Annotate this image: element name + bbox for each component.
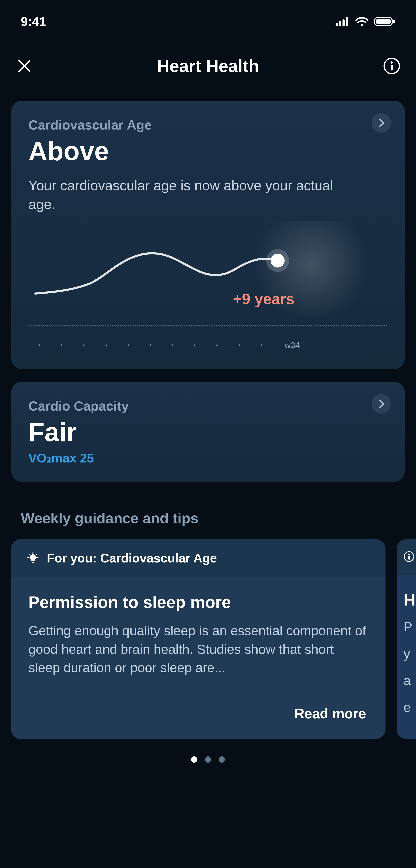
cv-age-chart: +9 years w34 [28, 221, 388, 352]
svg-line-14 [29, 554, 30, 555]
svg-rect-21 [408, 556, 410, 560]
tips-carousel[interactable]: For you: Cardiovascular Age Permission t… [0, 539, 416, 739]
cv-age-trend-line [28, 231, 388, 301]
svg-point-4 [361, 24, 363, 26]
chevron-right-icon [372, 113, 391, 133]
tip-header [396, 539, 416, 575]
info-icon [383, 57, 401, 75]
cardio-capacity-label: Cardio Capacity [28, 398, 388, 413]
page-dot[interactable] [205, 756, 211, 763]
page-dot[interactable] [219, 756, 225, 763]
chart-current-point [271, 254, 285, 268]
chart-baseline [28, 325, 388, 326]
page-dot-active[interactable] [191, 756, 197, 763]
cellular-icon [336, 17, 349, 26]
tip-card-2-peek[interactable]: H P y a e [396, 539, 416, 739]
cardio-capacity-value: Fair [28, 418, 388, 446]
page-header: Heart Health [0, 35, 416, 101]
tip-title: Permission to sleep more [28, 593, 368, 612]
tip2-line: P [396, 609, 416, 636]
svg-rect-0 [336, 23, 338, 26]
wifi-icon [355, 17, 369, 26]
svg-rect-7 [393, 20, 395, 23]
chart-week-label: w34 [285, 340, 300, 350]
close-icon [17, 59, 32, 73]
lightbulb-icon [27, 552, 39, 565]
close-button[interactable] [14, 56, 35, 76]
svg-rect-12 [391, 65, 392, 70]
info-icon [404, 551, 415, 563]
svg-rect-6 [376, 19, 391, 24]
read-more-button[interactable]: Read more [28, 687, 368, 722]
svg-rect-1 [339, 21, 341, 26]
battery-icon [374, 17, 395, 26]
svg-rect-18 [32, 562, 34, 563]
info-button[interactable] [381, 56, 402, 76]
tip-card-1[interactable]: For you: Cardiovascular Age Permission t… [11, 539, 385, 739]
tip2-line: a [396, 663, 416, 690]
weekly-guidance-heading: Weekly guidance and tips [0, 482, 416, 539]
cv-age-description: Your cardiovascular age is now above you… [28, 176, 358, 214]
cardio-capacity-card[interactable]: Cardio Capacity Fair VO₂max 25 [11, 382, 405, 482]
svg-point-20 [408, 554, 410, 555]
svg-line-15 [36, 554, 37, 555]
cardiovascular-age-card[interactable]: Cardiovascular Age Above Your cardiovasc… [11, 101, 405, 369]
cv-age-label: Cardiovascular Age [28, 117, 388, 132]
tip-tag: For you: Cardiovascular Age [47, 551, 217, 565]
tip-text: Getting enough quality sleep is an essen… [28, 621, 368, 677]
chevron-right-icon [372, 394, 391, 414]
carousel-page-dots [0, 756, 416, 763]
tip-header: For you: Cardiovascular Age [11, 539, 385, 577]
svg-point-11 [391, 61, 393, 64]
svg-rect-3 [346, 18, 348, 26]
chart-x-ticks: w34 [28, 340, 388, 350]
status-bar: 9:41 [0, 0, 416, 35]
tip2-line: y [396, 636, 416, 663]
page-title: Heart Health [157, 56, 259, 76]
tip2-title-slice: H [396, 575, 416, 609]
status-time: 9:41 [21, 14, 46, 29]
cardio-capacity-vo2max: VO₂max 25 [28, 451, 388, 465]
status-icons [336, 17, 395, 26]
cv-age-value: Above [28, 137, 388, 165]
tip2-line: e [396, 690, 416, 716]
cv-age-diff-label: +9 years [233, 290, 294, 308]
svg-rect-2 [343, 20, 345, 26]
